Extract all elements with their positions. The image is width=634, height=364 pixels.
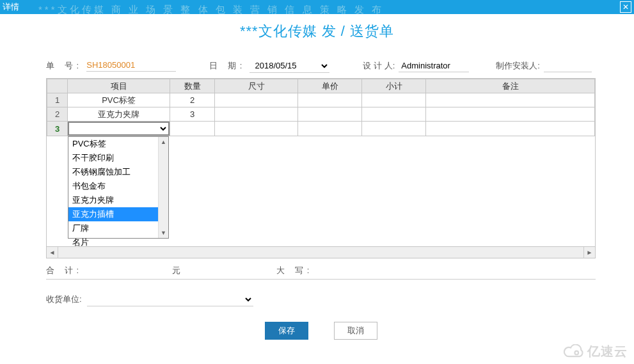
watermark: 亿速云 bbox=[563, 343, 628, 360]
table-row[interactable]: 1 PVC标签 2 bbox=[47, 93, 595, 107]
scroll-right-icon[interactable]: ► bbox=[583, 247, 595, 258]
cloud-icon bbox=[563, 344, 585, 360]
dropdown-scrollbar[interactable]: ▲ ▼ bbox=[158, 137, 168, 238]
svg-point-0 bbox=[575, 351, 578, 354]
col-price[interactable]: 单价 bbox=[298, 79, 362, 93]
cell-size[interactable] bbox=[215, 93, 298, 107]
col-subtotal[interactable]: 小计 bbox=[362, 79, 426, 93]
col-size[interactable]: 尺寸 bbox=[215, 79, 298, 93]
table-row[interactable]: 3 bbox=[47, 122, 595, 136]
dropdown-option[interactable]: 亚克力夹牌 bbox=[68, 193, 168, 207]
cell-qty[interactable]: 3 bbox=[170, 107, 215, 122]
cell-price[interactable] bbox=[298, 122, 362, 136]
cell-size[interactable] bbox=[215, 107, 298, 122]
header-form-row: 单 号: SH18050001 日 期: 2018/05/15 设 计 人: 制… bbox=[46, 59, 596, 73]
data-table: 项目 数量 尺寸 单价 小计 备注 1 PVC标签 2 bbox=[47, 79, 595, 136]
col-item[interactable]: 项目 bbox=[68, 79, 170, 93]
cell-qty[interactable]: 2 bbox=[170, 93, 215, 107]
cell-item[interactable]: PVC标签 bbox=[68, 93, 170, 107]
scroll-down-icon[interactable]: ▼ bbox=[159, 228, 168, 238]
cancel-button[interactable]: 取消 bbox=[334, 322, 377, 340]
col-qty[interactable]: 数量 bbox=[170, 79, 215, 93]
receiver-label: 收货单位: bbox=[46, 294, 82, 305]
spreadsheet: 项目 数量 尺寸 单价 小计 备注 1 PVC标签 2 bbox=[46, 78, 596, 258]
cell-price[interactable] bbox=[298, 107, 362, 122]
item-select[interactable] bbox=[68, 122, 170, 136]
button-row: 保存 取消 bbox=[46, 322, 596, 340]
cell-price[interactable] bbox=[298, 93, 362, 107]
cell-subtotal[interactable] bbox=[362, 93, 426, 107]
caps-label: 大 写: bbox=[276, 265, 313, 276]
total-label: 合 计: bbox=[46, 265, 83, 276]
designer-input[interactable] bbox=[399, 59, 469, 72]
document-title: ***文化传媒 发 / 送货单 bbox=[0, 22, 634, 41]
yuan-label: 元 bbox=[172, 265, 180, 276]
close-icon: ✕ bbox=[622, 3, 629, 12]
dropdown-option[interactable]: 书包金布 bbox=[68, 179, 168, 193]
receiver-select[interactable] bbox=[87, 292, 253, 306]
designer-label: 设 计 人: bbox=[363, 60, 395, 72]
row-number[interactable]: 2 bbox=[47, 107, 68, 122]
close-button[interactable]: ✕ bbox=[620, 1, 631, 13]
scroll-up-icon[interactable]: ▲ bbox=[159, 137, 168, 147]
cell-subtotal[interactable] bbox=[362, 107, 426, 122]
cell-note[interactable] bbox=[426, 107, 595, 122]
cell-qty[interactable] bbox=[170, 122, 215, 136]
table-header-row: 项目 数量 尺寸 单价 小计 备注 bbox=[47, 79, 595, 93]
col-note[interactable]: 备注 bbox=[426, 79, 595, 93]
date-select[interactable]: 2018/05/15 bbox=[250, 59, 329, 73]
order-label: 单 号: bbox=[46, 60, 83, 72]
cell-item[interactable]: 亚克力夹牌 bbox=[68, 107, 170, 122]
table-row[interactable]: 2 亚克力夹牌 3 bbox=[47, 107, 595, 122]
date-label: 日 期: bbox=[209, 60, 246, 72]
row-number[interactable]: 1 bbox=[47, 93, 68, 107]
cell-note[interactable] bbox=[426, 93, 595, 107]
watermark-text: 亿速云 bbox=[587, 343, 628, 360]
receiver-row: 收货单位: bbox=[46, 292, 596, 306]
installer-label: 制作安装人: bbox=[496, 60, 540, 72]
item-dropdown: PVC标签不干胶印刷不锈钢腐蚀加工书包金布亚克力夹牌亚克力插槽厂牌名片 ▲ ▼ bbox=[68, 136, 169, 239]
dropdown-option[interactable]: 不锈钢腐蚀加工 bbox=[68, 165, 168, 179]
titlebar: 详情 ✕ bbox=[0, 0, 634, 14]
dropdown-option[interactable]: 亚克力插槽 bbox=[68, 207, 168, 221]
order-number: SH18050001 bbox=[86, 60, 176, 72]
corner-cell bbox=[47, 79, 68, 93]
cell-note[interactable] bbox=[426, 122, 595, 136]
summary-row: 合 计: 元 大 写: bbox=[46, 265, 596, 280]
dropdown-option[interactable]: 不干胶印刷 bbox=[68, 151, 168, 165]
cell-item-editing[interactable] bbox=[68, 122, 170, 136]
row-number[interactable]: 3 bbox=[47, 122, 68, 136]
cell-size[interactable] bbox=[215, 122, 298, 136]
cell-subtotal[interactable] bbox=[362, 122, 426, 136]
scroll-left-icon[interactable]: ◄ bbox=[47, 247, 58, 258]
dropdown-option[interactable]: 厂牌 bbox=[68, 221, 168, 235]
installer-input[interactable] bbox=[544, 59, 592, 72]
save-button[interactable]: 保存 bbox=[265, 322, 308, 340]
dropdown-option[interactable]: PVC标签 bbox=[68, 137, 168, 151]
dropdown-option[interactable]: 名片 bbox=[68, 235, 168, 249]
window-title: 详情 bbox=[3, 1, 620, 13]
